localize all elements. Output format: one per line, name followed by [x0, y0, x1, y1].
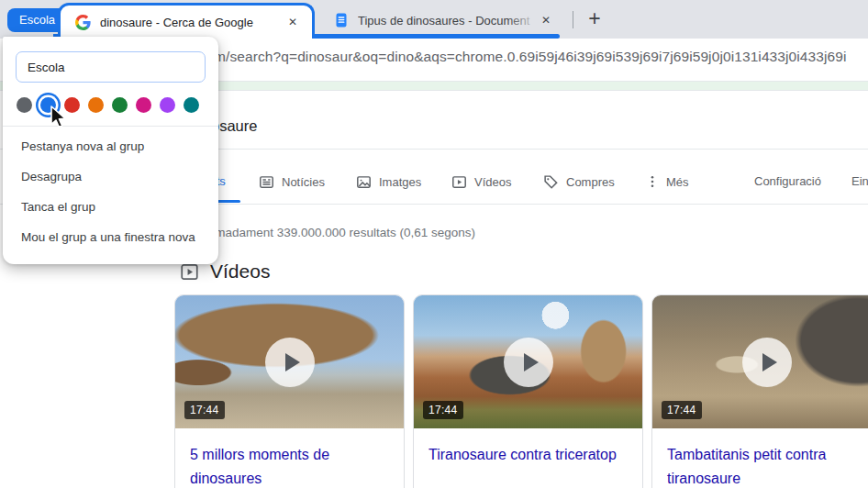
- serp-tab-label: Imatges: [379, 175, 421, 189]
- menu-item-ungroup[interactable]: Desagrupa: [3, 161, 218, 192]
- menu-item-close-group[interactable]: Tanca el grup: [3, 192, 218, 222]
- serp-tab-label: Eines: [851, 174, 868, 188]
- color-swatch-orange[interactable]: [88, 97, 104, 113]
- play-icon[interactable]: [504, 338, 553, 387]
- serp-tab-label: Compres: [566, 175, 615, 189]
- serp-tab-videos[interactable]: Vídeos: [451, 174, 511, 190]
- news-icon: [259, 174, 274, 190]
- video-icon: [451, 174, 467, 190]
- video-thumbnail[interactable]: 17:44: [175, 295, 404, 428]
- image-icon: [356, 174, 372, 190]
- video-cards-row: 17:44 5 millors moments de dinosaures 17…: [174, 294, 868, 488]
- video-duration-badge: 17:44: [662, 401, 702, 419]
- serp-settings-link[interactable]: Configuració: [754, 174, 821, 188]
- video-card[interactable]: 17:44 5 millors moments de dinosaures: [174, 294, 405, 488]
- serp-tab-imatges[interactable]: Imatges: [356, 174, 421, 190]
- address-bar-url[interactable]: m/search?q=dinosaur&oq=dino&aqs=chrome.0…: [214, 49, 847, 65]
- tab-separator: [573, 11, 573, 28]
- serp-tab-noticies[interactable]: Notícies: [259, 174, 325, 190]
- color-swatch-green[interactable]: [112, 97, 128, 113]
- serp-tab-mes[interactable]: Més: [646, 174, 689, 189]
- color-swatch-cyan[interactable]: [184, 97, 199, 113]
- color-swatch-pink[interactable]: [136, 97, 151, 113]
- results-stats: Aproximadament 339.000.000 resultats (0,…: [180, 226, 475, 239]
- google-docs-favicon: [334, 13, 349, 28]
- tab-title: dinosaure - Cerca de Google: [100, 16, 284, 29]
- mouse-cursor: [46, 105, 70, 130]
- serp-tab-label: Notícies: [282, 175, 325, 189]
- play-icon[interactable]: [742, 338, 792, 387]
- menu-item-move-group-to-new-window[interactable]: Mou el grup a una finestra nova: [3, 222, 218, 252]
- video-duration-badge: 17:44: [423, 401, 463, 419]
- close-tab-icon[interactable]: ✕: [538, 12, 554, 28]
- play-icon[interactable]: [265, 338, 315, 387]
- google-favicon: [75, 15, 91, 30]
- tab-tipus-de-dinosaures[interactable]: Tipus de dinosaures - Document ✕: [317, 6, 563, 35]
- tab-strip: Escola dinosaure - Cerca de Google ✕ Tip…: [0, 0, 868, 39]
- video-card[interactable]: 17:44 Tambatitanis petit contra tiranosa…: [651, 294, 868, 488]
- browser-window: Escola dinosaure - Cerca de Google ✕ Tip…: [0, 0, 868, 488]
- serp-tab-label: Configuració: [754, 174, 821, 188]
- color-swatch-grey[interactable]: [17, 97, 32, 113]
- color-swatch-purple[interactable]: [160, 97, 175, 113]
- video-card[interactable]: 17:44 Tiranosaure contra triceratop: [413, 294, 643, 488]
- tab-group-menu: Pestanya nova al grup Desagrupa Tanca el…: [3, 37, 218, 264]
- new-tab-button[interactable]: +: [581, 6, 608, 33]
- videos-section-icon: [180, 262, 199, 282]
- video-thumbnail[interactable]: 17:44: [652, 295, 868, 428]
- more-vertical-icon: [646, 174, 659, 189]
- video-duration-badge: 17:44: [184, 401, 225, 419]
- close-tab-icon[interactable]: ✕: [284, 14, 301, 30]
- group-name-input[interactable]: [16, 51, 206, 83]
- video-thumbnail[interactable]: 17:44: [414, 295, 642, 428]
- video-title-link[interactable]: Tambatitanis petit contra tiranosaure: [667, 443, 866, 488]
- video-title-link[interactable]: Tiranosaure contra triceratop: [428, 443, 628, 467]
- serp-tab-compres[interactable]: Compres: [543, 174, 615, 190]
- tab-title: Tipus de dinosaures - Document: [358, 14, 538, 28]
- tag-icon: [543, 174, 559, 190]
- menu-item-new-tab-in-group[interactable]: Pestanya nova al grup: [3, 131, 218, 161]
- videos-section-title: Vídeos: [210, 261, 270, 283]
- video-title-link[interactable]: 5 millors moments de dinosaures: [190, 443, 389, 488]
- tab-dinosaure-search[interactable]: dinosaure - Cerca de Google ✕: [58, 3, 315, 39]
- serp-tab-label: Més: [666, 175, 689, 189]
- serp-tools-link[interactable]: Eines: [851, 174, 868, 188]
- serp-tab-label: Vídeos: [474, 175, 511, 189]
